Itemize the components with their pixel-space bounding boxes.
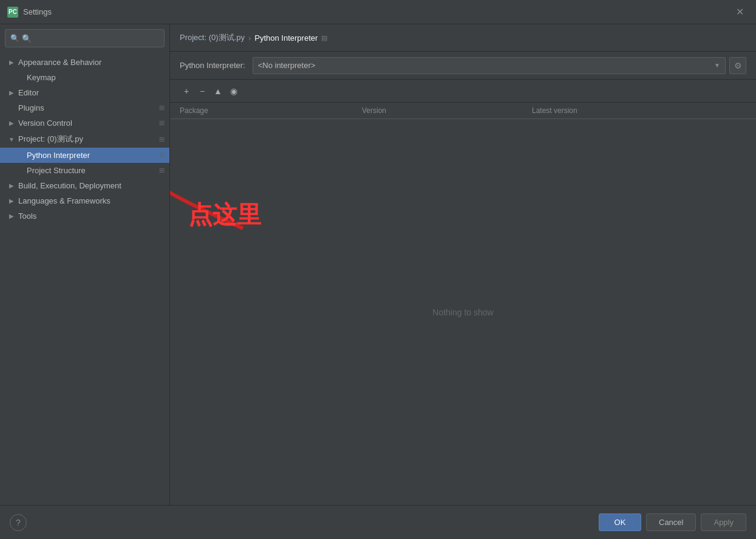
annotation-text: 点这里 (188, 198, 261, 232)
nav-tree: ▶ Appearance & Behavior Keymap ▶ Editor … (0, 52, 169, 505)
breadcrumb-parent: Project: (0)测试.py (180, 32, 245, 43)
right-panel: Project: (0)测试.py › Python Interpreter ▤… (170, 24, 756, 505)
external-icon: ⊞ (159, 104, 165, 112)
arrow-icon: ▶ (7, 58, 16, 67)
arrow-icon: ▶ (7, 119, 16, 128)
sidebar-item-label: Build, Execution, Deployment (18, 181, 121, 190)
sidebar-item-label: Python Interpreter (27, 151, 90, 160)
sidebar-item-label: Project: (0)测试.py (18, 134, 83, 145)
bottom-bar: ? OK Cancel Apply (0, 505, 756, 539)
interpreter-dropdown[interactable]: <No interpreter> ▼ (253, 57, 726, 74)
sidebar-item-keymap[interactable]: Keymap (0, 70, 169, 85)
interpreter-settings-button[interactable]: ⚙ (729, 57, 746, 74)
search-input[interactable] (22, 34, 159, 43)
cancel-button[interactable]: Cancel (646, 513, 696, 531)
sidebar-item-tools[interactable]: ▶ Tools (0, 208, 169, 224)
arrow-icon: ▶ (7, 212, 16, 221)
empty-message: Nothing to show (432, 307, 493, 317)
window-title: Settings (23, 7, 731, 16)
sidebar-item-appearance[interactable]: ▶ Appearance & Behavior (0, 55, 169, 70)
remove-package-button[interactable]: − (196, 84, 209, 98)
sidebar-item-label: Tools (18, 211, 36, 221)
sidebar-item-label: Keymap (27, 73, 56, 82)
sidebar-item-project-structure[interactable]: Project Structure ⊞ (0, 163, 169, 178)
sidebar-item-python-interpreter[interactable]: Python Interpreter ⊞ (0, 148, 169, 163)
breadcrumb-current: Python Interpreter (254, 33, 318, 43)
package-toolbar: + − ▲ ◉ (170, 80, 756, 103)
sidebar-item-label: Appearance & Behavior (18, 58, 101, 67)
sidebar-item-version-control[interactable]: ▶ Version Control ⊞ (0, 115, 169, 131)
column-package: Package (180, 106, 362, 115)
external-icon: ⊞ (159, 167, 165, 174)
arrow-icon: ▼ (7, 135, 16, 143)
sidebar-item-label: Editor (18, 88, 39, 97)
eye-button[interactable]: ◉ (227, 84, 240, 98)
breadcrumb-separator: › (248, 33, 251, 43)
title-bar: PC Settings ✕ (0, 0, 756, 24)
main-content: 🔍 ▶ Appearance & Behavior Keymap ▶ Edito (0, 24, 756, 505)
column-version: Version (362, 106, 532, 115)
interpreter-value: <No interpreter> (258, 61, 714, 70)
annotation-arrow (170, 149, 255, 242)
add-package-button[interactable]: + (180, 84, 193, 98)
sidebar-item-label: Languages & Frameworks (18, 196, 111, 205)
help-button[interactable]: ? (10, 514, 27, 531)
settings-dialog: PC Settings ✕ 🔍 ▶ Appearance & Behavior (0, 0, 756, 539)
sidebar: 🔍 ▶ Appearance & Behavior Keymap ▶ Edito (0, 24, 170, 505)
table-header: Package Version Latest version (170, 103, 756, 119)
sidebar-item-label: Plugins (18, 103, 44, 112)
apply-button[interactable]: Apply (701, 513, 746, 531)
interpreter-label: Python Interpreter: (180, 61, 245, 70)
sidebar-item-build[interactable]: ▶ Build, Execution, Deployment (0, 178, 169, 193)
dropdown-arrow-icon: ▼ (714, 62, 720, 69)
sidebar-item-plugins[interactable]: Plugins ⊞ (0, 100, 169, 115)
search-icon: 🔍 (10, 34, 19, 43)
column-latest-version: Latest version (532, 106, 746, 115)
table-body: Nothing to show 点这里 (170, 119, 756, 505)
settings-gear-icon: ⚙ (734, 61, 742, 70)
external-icon: ⊞ (159, 136, 165, 143)
app-icon: PC (7, 7, 18, 18)
ok-button[interactable]: OK (599, 513, 641, 531)
search-box[interactable]: 🔍 (5, 29, 165, 47)
arrow-icon: ▶ (7, 182, 16, 190)
sidebar-item-label: Version Control (18, 118, 72, 128)
bottom-buttons: OK Cancel Apply (599, 513, 746, 531)
breadcrumb: Project: (0)测试.py › Python Interpreter ▤ (170, 24, 756, 52)
interpreter-bar: Python Interpreter: <No interpreter> ▼ ⚙ (170, 52, 756, 80)
sidebar-item-project[interactable]: ▼ Project: (0)测试.py ⊞ (0, 131, 169, 148)
external-icon: ⊞ (159, 119, 165, 127)
breadcrumb-icon: ▤ (321, 34, 327, 42)
sidebar-item-label: Project Structure (27, 166, 86, 175)
move-up-button[interactable]: ▲ (211, 84, 225, 98)
external-icon: ⊞ (159, 151, 165, 159)
sidebar-item-editor[interactable]: ▶ Editor (0, 85, 169, 100)
arrow-icon: ▶ (7, 197, 16, 205)
arrow-icon: ▶ (7, 89, 16, 97)
close-button[interactable]: ✕ (731, 4, 749, 20)
sidebar-item-languages[interactable]: ▶ Languages & Frameworks (0, 193, 169, 208)
help-icon: ? (16, 518, 21, 527)
